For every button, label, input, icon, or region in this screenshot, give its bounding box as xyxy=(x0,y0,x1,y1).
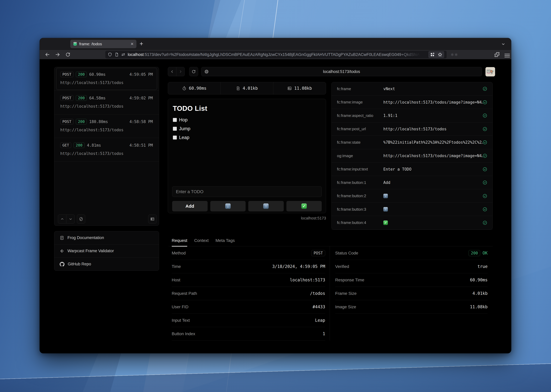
toggle-panel-button[interactable] xyxy=(148,215,157,224)
stat-response-time: 60.90ms xyxy=(168,82,221,94)
browser-tab[interactable]: frame: /todos xyxy=(70,40,136,48)
frame-button[interactable] xyxy=(248,201,284,211)
meta-tag-row: og:image http://localhost:5173/todos/ima… xyxy=(332,149,493,163)
url-actions xyxy=(428,51,444,58)
frame-button[interactable] xyxy=(210,201,246,211)
image-icon xyxy=(287,86,292,91)
request-url: http://localhost:5173/todos xyxy=(60,151,153,156)
preview-forward-button[interactable] xyxy=(176,67,184,76)
frame-button[interactable] xyxy=(286,201,322,211)
file-icon xyxy=(236,86,240,91)
new-tab-button[interactable] xyxy=(140,40,143,47)
meta-tag-row: fc:frame vNext xyxy=(332,82,493,96)
details-tab[interactable]: Request xyxy=(172,235,187,246)
frame-address-text: localhost:5173/todos xyxy=(201,69,482,74)
request-duration: 180.80ms xyxy=(89,119,108,124)
history-step-buttons xyxy=(58,215,75,224)
details-columns: Method POST Time 3/18/2024, 4:59:05 PM H xyxy=(168,246,493,341)
detail-label: Frame Size xyxy=(335,291,357,296)
todo-checkbox xyxy=(173,118,177,122)
frame-button[interactable]: Add xyxy=(172,201,208,211)
shield-icon[interactable] xyxy=(108,52,112,57)
meta-tag-key: og:image xyxy=(337,154,383,158)
todo-item: Hop xyxy=(173,117,191,123)
chevron-right-icon xyxy=(178,70,183,74)
meta-tags-panel: fc:frame vNext fc:frame:image http://loc… xyxy=(332,82,493,230)
check-circle-icon xyxy=(483,167,487,171)
tab-list-chevron-icon[interactable] xyxy=(501,42,506,46)
detail-value: 11.08kb xyxy=(470,304,487,309)
page-info-icon[interactable] xyxy=(114,52,119,57)
request-list-item[interactable]: POST 200 180.80ms 4:58:58 PM http://loca… xyxy=(54,114,159,138)
meta-tag-row: fc:frame:button:2 xyxy=(332,189,493,203)
preview-back-button[interactable] xyxy=(168,67,176,76)
history-up-button[interactable] xyxy=(58,215,66,223)
meta-tag-row: fc:frame:button:3 xyxy=(332,203,493,216)
tab-bar: frame: /todos xyxy=(40,38,511,50)
detail-badge: POST xyxy=(311,250,325,256)
user-avatar[interactable] xyxy=(485,67,495,77)
detail-row: Method POST xyxy=(172,246,325,260)
todo-item: Leap xyxy=(173,135,191,140)
chevron-down-icon xyxy=(69,217,72,221)
details-tab[interactable]: Meta Tags xyxy=(216,235,235,246)
extension-icon[interactable] xyxy=(451,52,459,57)
extensions-puzzle-icon[interactable] xyxy=(494,52,500,57)
request-summary: POST 200 64.58ms 4:59:02 PM xyxy=(60,95,153,101)
screenshot-icon[interactable] xyxy=(430,52,435,57)
detail-badge: 200 xyxy=(469,250,480,256)
meta-tag-row: fc:frame:image http://localhost:5173/tod… xyxy=(332,96,493,109)
frame-preview: TODO List Hop Jump Leap xyxy=(168,99,326,213)
frame-button-emoji-icon xyxy=(263,203,269,209)
circle-slash-icon xyxy=(79,217,83,221)
forward-button[interactable] xyxy=(55,52,60,57)
details-tab-label: Context xyxy=(194,238,209,243)
back-button[interactable] xyxy=(45,52,50,57)
refresh-icon xyxy=(191,69,196,74)
request-list-item[interactable]: GET 200 4.81ms 4:58:51 PM http://localho… xyxy=(54,138,159,162)
request-summary: GET 200 4.81ms 4:58:51 PM xyxy=(60,142,153,148)
detail-value: 60.90ms xyxy=(470,278,487,282)
status-badge: 200 xyxy=(76,119,87,124)
request-duration: 60.90ms xyxy=(89,72,106,77)
request-url: http://localhost:5173/todos xyxy=(60,128,153,132)
meta-tag-key: fc:frame xyxy=(337,87,383,91)
detail-value: 4.01kb xyxy=(473,291,487,296)
method-badge: POST xyxy=(60,95,73,101)
check-circle-icon xyxy=(483,113,487,118)
link-frog-documentation[interactable]: Frog Documentation xyxy=(54,231,159,245)
frame-host-caption: localhost:5173 xyxy=(168,216,326,221)
bookmark-star-icon[interactable] xyxy=(438,52,442,57)
meta-tag-row: fc:frame:post_url http://localhost:5173/… xyxy=(332,122,493,136)
reload-button[interactable] xyxy=(65,52,71,57)
link-github-repo[interactable]: GitHub Repo xyxy=(54,258,159,271)
request-list-item[interactable]: POST 200 60.90ms 4:59:05 PM http://local… xyxy=(54,67,159,91)
detail-row: Host localhost:5173 xyxy=(172,273,325,287)
url-text: localhost:5173/dev?url=%2Ftodos#state/N4… xyxy=(128,52,426,57)
request-history-panel: POST 200 60.90ms 4:59:05 PM http://local… xyxy=(54,67,159,226)
history-down-button[interactable] xyxy=(66,215,75,223)
meta-tag-value: 1.91:1 xyxy=(383,113,483,118)
clear-history-button[interactable] xyxy=(77,215,85,224)
frame-buttons: Add xyxy=(172,201,322,211)
close-tab-icon[interactable] xyxy=(130,42,134,46)
address-bar[interactable]: localhost:5173/dev?url=%2Ftodos#state/N4… xyxy=(105,51,447,58)
detail-label: Button Index xyxy=(172,331,195,336)
meta-tag-emoji-icon xyxy=(383,207,388,211)
details-tab[interactable]: Context xyxy=(194,235,209,246)
history-controls xyxy=(58,215,157,224)
detail-row: User FID #4433 xyxy=(172,300,325,314)
permissions-icon[interactable] xyxy=(121,52,125,57)
request-list-item[interactable]: POST 200 64.58ms 4:59:02 PM http://local… xyxy=(54,91,159,114)
link-warpcast-validator[interactable]: Warpcast Frame Validator xyxy=(54,245,159,258)
frame-address-bar[interactable]: localhost:5173/todos xyxy=(201,67,482,76)
preview-refresh-button[interactable] xyxy=(189,67,198,76)
detail-value: Leap xyxy=(315,318,325,323)
frame-stats-bar: 60.90ms 4.01kb 11.08kb xyxy=(168,82,326,94)
menu-hamburger-icon[interactable] xyxy=(504,53,510,58)
detail-label: Method xyxy=(172,251,186,256)
todo-input[interactable] xyxy=(172,186,322,197)
detail-value: 3/18/2024, 4:59:05 PM xyxy=(272,264,325,269)
resource-links-panel: Frog Documentation Warpcast Frame Valida… xyxy=(54,231,159,271)
meta-tag-value: http://localhost:5173/todos/image?image=… xyxy=(383,154,483,158)
